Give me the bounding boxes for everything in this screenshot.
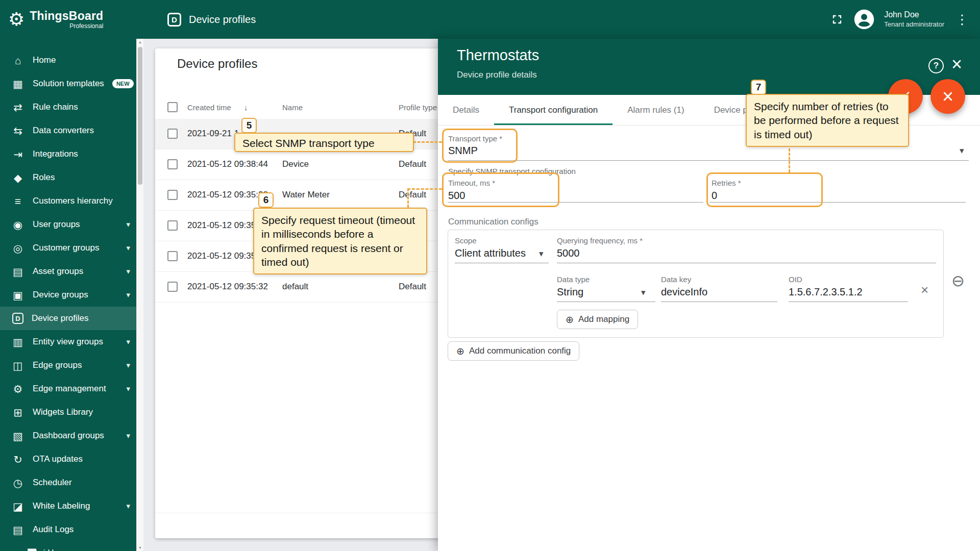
sidebar-item-label: Customer groups bbox=[33, 243, 118, 253]
user-block[interactable]: John Doe Tenant administrator bbox=[884, 10, 944, 29]
sidebar-item-integrations[interactable]: ⇥ Integrations bbox=[0, 142, 136, 166]
add-circle-icon: ⊕ bbox=[566, 314, 574, 325]
chevron-down-icon[interactable]: ▾ bbox=[960, 145, 964, 156]
scroll-down-icon[interactable]: ▾ bbox=[137, 545, 143, 550]
fullscreen-icon[interactable] bbox=[830, 12, 844, 27]
sidebar-item-api-usage[interactable]: ▂▅▇ Api Usage bbox=[0, 541, 136, 551]
row-checkbox[interactable] bbox=[167, 159, 178, 169]
tab-alarm-rules-1-[interactable]: Alarm rules (1) bbox=[612, 95, 699, 125]
cell-name: Water Meter bbox=[282, 190, 330, 200]
sidebar-item-roles[interactable]: ◆ Roles bbox=[0, 166, 136, 189]
retries-input[interactable]: 0 bbox=[712, 190, 717, 202]
data-key-input[interactable]: deviceInfo bbox=[661, 286, 707, 298]
api-usage-icon: ▂▅▇ bbox=[11, 548, 24, 551]
tab-transport-configuration[interactable]: Transport configuration bbox=[494, 95, 612, 125]
chevron-down-icon[interactable]: ▾ bbox=[126, 431, 130, 440]
table-footer bbox=[155, 513, 451, 538]
sidebar-item-widgets-library[interactable]: ⊞ Widgets Library bbox=[0, 400, 136, 424]
entity-view-groups-icon: ▥ bbox=[11, 337, 24, 347]
data-type-select[interactable]: String bbox=[557, 286, 583, 298]
scheduler-icon: ◷ bbox=[11, 478, 24, 488]
sidebar-item-label: Edge management bbox=[33, 384, 118, 394]
cell-created-time: 2021-05-12 09:35:3 bbox=[187, 251, 263, 261]
cell-created-time: 2021-05-12 09:35:32 bbox=[187, 282, 268, 292]
snmp-hint-text: Specify SNMP transport configuration bbox=[448, 167, 576, 176]
chevron-down-icon[interactable]: ▾ bbox=[126, 290, 130, 299]
logo[interactable]: ⚙ ThingsBoard Professional bbox=[0, 0, 136, 39]
chevron-down-icon[interactable]: ▾ bbox=[126, 267, 130, 276]
sidebar-item-dashboard-groups[interactable]: ▧ Dashboard groups ▾ bbox=[0, 424, 136, 447]
sidebar-item-scheduler[interactable]: ◷ Scheduler bbox=[0, 471, 136, 494]
sidebar-item-label: Api Usage bbox=[33, 548, 130, 551]
chevron-down-icon[interactable]: ▾ bbox=[126, 361, 130, 370]
chevron-down-icon[interactable]: ▾ bbox=[126, 384, 130, 393]
sidebar-item-customers-hierarchy[interactable]: ≡ Customers hierarchy bbox=[0, 189, 136, 213]
sidebar-item-device-groups[interactable]: ▣ Device groups ▾ bbox=[0, 283, 136, 307]
scroll-up-icon[interactable]: ▴ bbox=[137, 40, 143, 44]
sidebar-item-label: Integrations bbox=[33, 149, 130, 159]
scope-label: Scope bbox=[455, 236, 477, 245]
sidebar-item-ota-updates[interactable]: ↻ OTA updates bbox=[0, 447, 136, 471]
sidebar-scrollbar[interactable]: ▴ ▾ bbox=[136, 39, 143, 551]
row-checkbox[interactable] bbox=[167, 129, 178, 139]
cell-created-time: 2021-05-12 09:38:44 bbox=[187, 159, 268, 169]
sidebar-item-edge-groups[interactable]: ◫ Edge groups ▾ bbox=[0, 354, 136, 377]
callout-6-badge: 6 bbox=[258, 192, 274, 208]
oid-input[interactable]: 1.5.6.7.2.3.5.1.2 bbox=[789, 286, 863, 298]
device-groups-icon: ▣ bbox=[11, 290, 24, 300]
table-row[interactable]: 2021-05-12 09:38:44 Device Default bbox=[155, 149, 451, 180]
sidebar-item-asset-groups[interactable]: ▤ Asset groups ▾ bbox=[0, 260, 136, 283]
scrollbar-thumb[interactable] bbox=[138, 47, 142, 185]
remove-config-icon[interactable]: ⊖ bbox=[951, 273, 965, 289]
transport-type-select[interactable]: SNMP bbox=[448, 145, 478, 157]
sidebar-item-white-labeling[interactable]: ◪ White Labeling ▾ bbox=[0, 494, 136, 518]
column-created-time[interactable]: Created time bbox=[187, 103, 231, 112]
timeout-input[interactable]: 500 bbox=[448, 190, 465, 202]
chevron-down-icon[interactable]: ▾ bbox=[126, 502, 130, 511]
querying-frequency-input[interactable]: 5000 bbox=[557, 247, 580, 259]
sidebar-item-data-converters[interactable]: ⇆ Data converters bbox=[0, 119, 136, 142]
table-row[interactable]: 2021-05-12 09:35:38 Water Meter Default bbox=[155, 180, 451, 211]
sidebar-item-audit-logs[interactable]: ▤ Audit Logs bbox=[0, 518, 136, 541]
chevron-down-icon[interactable]: ▾ bbox=[126, 220, 130, 229]
sidebar-item-solution-templates[interactable]: ▦ Solution templates NEW bbox=[0, 72, 136, 95]
chevron-down-icon[interactable]: ▾ bbox=[539, 248, 544, 259]
sidebar-item-home[interactable]: ⌂ Home bbox=[0, 48, 136, 72]
sidebar-item-user-groups[interactable]: ◉ User groups ▾ bbox=[0, 213, 136, 236]
row-checkbox[interactable] bbox=[167, 190, 178, 200]
user-name: John Doe bbox=[884, 10, 944, 20]
sidebar-item-device-profiles[interactable]: D Device profiles bbox=[0, 307, 136, 330]
discard-changes-fab[interactable]: × bbox=[930, 79, 965, 114]
sidebar-item-customer-groups[interactable]: ◎ Customer groups ▾ bbox=[0, 236, 136, 260]
row-checkbox[interactable] bbox=[167, 282, 178, 292]
tab-details[interactable]: Details bbox=[438, 95, 494, 125]
column-name[interactable]: Name bbox=[282, 103, 303, 112]
sidebar-item-entity-view-groups[interactable]: ▥ Entity view groups ▾ bbox=[0, 330, 136, 354]
sort-desc-icon[interactable]: ↓ bbox=[244, 103, 248, 112]
querying-frequency-underline bbox=[557, 263, 936, 263]
sidebar-item-label: Home bbox=[33, 55, 130, 65]
remove-mapping-icon[interactable]: × bbox=[921, 283, 928, 296]
sidebar-item-label: Asset groups bbox=[33, 266, 118, 277]
row-checkbox[interactable] bbox=[167, 251, 178, 261]
sidebar-item-rule-chains[interactable]: ⇄ Rule chains bbox=[0, 95, 136, 119]
scope-select[interactable]: Client attributes bbox=[455, 247, 526, 259]
chevron-down-icon[interactable]: ▾ bbox=[126, 337, 130, 346]
kebab-menu-icon[interactable]: ⋮ bbox=[953, 12, 971, 28]
select-all-checkbox[interactable] bbox=[167, 102, 178, 112]
chevron-down-icon[interactable]: ▾ bbox=[641, 287, 646, 298]
add-communication-config-button[interactable]: ⊕ Add communication config bbox=[448, 341, 579, 361]
app-root: ⚙ ThingsBoard Professional ⌂ Home ▦ Solu… bbox=[0, 0, 980, 551]
retries-underline bbox=[709, 202, 966, 203]
column-profile-type[interactable]: Profile type bbox=[399, 103, 437, 112]
row-checkbox[interactable] bbox=[167, 220, 178, 231]
add-mapping-button[interactable]: ⊕ Add mapping bbox=[557, 310, 638, 329]
sidebar-item-label: Scheduler bbox=[33, 478, 130, 488]
help-icon[interactable]: ? bbox=[928, 58, 944, 73]
ota-updates-icon: ↻ bbox=[11, 454, 24, 465]
chevron-down-icon[interactable]: ▾ bbox=[126, 243, 130, 253]
table-row[interactable]: 2021-05-12 09:35:32 default Default bbox=[155, 272, 451, 303]
avatar[interactable] bbox=[853, 9, 875, 30]
sidebar-item-edge-management[interactable]: ⚙ Edge management ▾ bbox=[0, 377, 136, 400]
close-icon[interactable]: × bbox=[951, 53, 962, 75]
